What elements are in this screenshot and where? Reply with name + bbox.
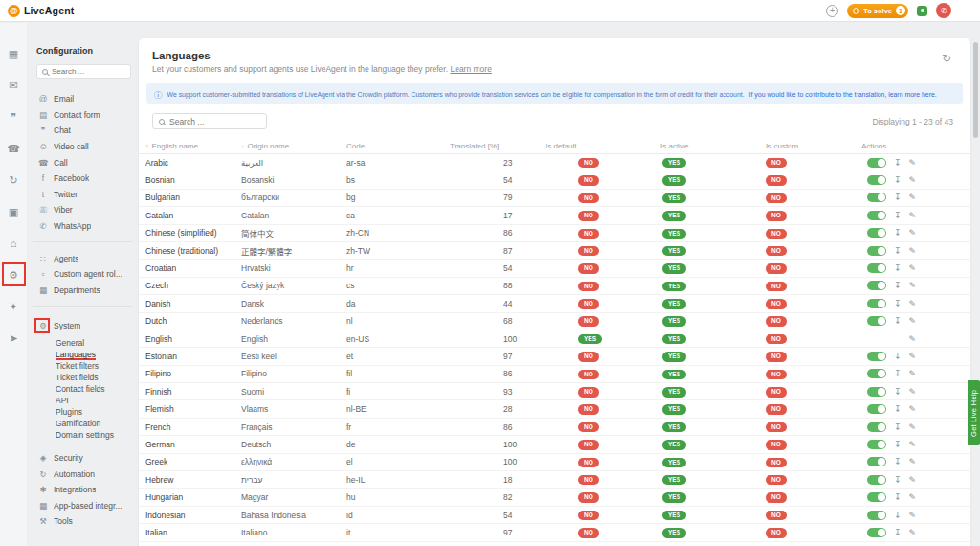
edit-icon[interactable]: ✎ <box>909 475 917 485</box>
sidebar-item-video-call[interactable]: ⊙ Video call <box>27 139 139 155</box>
sidebar-item-facebook[interactable]: f Facebook <box>27 171 139 187</box>
sidebar-item-twitter[interactable]: t Twitter <box>27 187 139 203</box>
download-icon[interactable]: ↧ <box>894 475 902 485</box>
download-icon[interactable]: ↧ <box>894 440 902 449</box>
active-toggle[interactable] <box>867 299 886 308</box>
scrollbar-thumb[interactable] <box>973 42 978 138</box>
download-icon[interactable]: ↧ <box>894 492 902 502</box>
mail-icon[interactable]: ✉ <box>9 80 17 91</box>
active-toggle[interactable] <box>867 158 886 168</box>
download-icon[interactable]: ↧ <box>894 299 902 308</box>
table-row[interactable]: Danish Dansk da 44 NO YES NO ↧ ✎ <box>139 295 970 312</box>
download-icon[interactable]: ↧ <box>894 175 902 185</box>
sidebar-item-call[interactable]: ☎ Call <box>27 154 139 171</box>
refresh-icon[interactable]: ↻ <box>942 52 951 65</box>
table-row[interactable]: Bosnian Bosanski bs 54 NO YES NO ↧ ✎ <box>139 171 970 189</box>
get-live-help-button[interactable]: Get Live Help <box>968 380 980 445</box>
sidebar-item-domain-settings[interactable]: Domain settings <box>56 429 139 441</box>
sidebar-item-languages[interactable]: Languages <box>56 349 96 360</box>
edit-icon[interactable]: ✎ <box>909 492 917 502</box>
edit-icon[interactable]: ✎ <box>909 228 917 238</box>
edit-icon[interactable]: ✎ <box>909 281 917 290</box>
table-row[interactable]: Greek ελληνικά el 100 NO YES NO ↧ ✎ <box>139 454 970 471</box>
dashboard-icon[interactable]: ▦ <box>9 48 18 59</box>
active-toggle[interactable] <box>867 211 886 220</box>
download-icon[interactable]: ↧ <box>894 369 902 378</box>
table-search[interactable] <box>152 113 267 129</box>
table-row[interactable]: Filipino Filipino fil 86 NO YES NO ↧ ✎ <box>139 366 970 383</box>
sidebar-item-viber[interactable]: ☏ Viber <box>27 202 139 218</box>
download-icon[interactable]: ↧ <box>894 263 902 273</box>
history-icon[interactable]: ↻ <box>9 174 17 186</box>
edit-icon[interactable]: ✎ <box>909 193 917 202</box>
sidebar-search-input[interactable] <box>52 67 119 76</box>
banner-learn-more-link[interactable]: If you would like to contribute to the t… <box>749 91 937 98</box>
edit-icon[interactable]: ✎ <box>909 316 917 326</box>
active-toggle[interactable] <box>867 422 886 432</box>
table-row[interactable]: Chinese (simplified) 简体中文 zh-CN 86 NO YE… <box>139 225 970 242</box>
active-toggle[interactable] <box>867 440 886 449</box>
table-row[interactable]: German Deutsch de 100 NO YES NO ↧ ✎ <box>139 436 970 453</box>
active-toggle[interactable] <box>867 352 886 361</box>
sidebar-item-departments[interactable]: ▦ Departments <box>27 283 139 299</box>
table-row[interactable]: Croatian Hrvatski hr 54 NO YES NO ↧ ✎ <box>139 260 970 277</box>
edit-icon[interactable]: ✎ <box>909 440 917 449</box>
download-icon[interactable]: ↧ <box>894 316 902 326</box>
sidebar-item-contact-form[interactable]: ▤ Contact form <box>27 107 139 124</box>
table-row[interactable]: Dutch Nederlands nl 68 NO YES NO ↧ ✎ <box>139 313 970 330</box>
table-row[interactable]: Bulgarian български bg 79 NO YES NO ↧ ✎ <box>139 190 970 207</box>
edit-icon[interactable]: ✎ <box>909 263 917 273</box>
table-row[interactable]: Arabic العربية ar-sa 23 NO YES NO ↧ ✎ <box>139 154 970 171</box>
active-toggle[interactable] <box>867 369 886 378</box>
phone-icon[interactable]: ☎ <box>7 143 20 154</box>
active-toggle[interactable] <box>867 193 886 202</box>
active-toggle[interactable] <box>867 263 886 273</box>
table-row[interactable]: Italian Italiano it 97 NO YES NO ↧ ✎ <box>139 524 970 541</box>
active-toggle[interactable] <box>867 175 886 185</box>
download-icon[interactable]: ↧ <box>894 422 902 432</box>
download-icon[interactable]: ↧ <box>894 193 902 202</box>
active-toggle[interactable] <box>867 492 886 502</box>
sidebar-item-security[interactable]: ◈ Security <box>27 450 139 466</box>
sidebar-item-integrations[interactable]: ✱ Integrations <box>27 482 139 498</box>
download-icon[interactable]: ↧ <box>894 281 902 290</box>
sidebar-item-chat[interactable]: ❞ Chat <box>27 123 139 139</box>
table-row[interactable]: Estonian Eesti keel et 97 NO YES NO ↧ ✎ <box>139 348 970 365</box>
send-icon[interactable]: ➤ <box>9 332 17 344</box>
academy-icon[interactable]: ⌂ <box>11 238 17 249</box>
settings-icon[interactable]: ⚙ <box>9 269 18 281</box>
active-toggle[interactable] <box>867 475 886 485</box>
sidebar-search[interactable] <box>36 64 131 79</box>
sidebar-item-plugins[interactable]: Plugins <box>56 406 139 418</box>
online-status-button[interactable] <box>917 6 927 16</box>
download-icon[interactable]: ↧ <box>894 211 902 220</box>
active-toggle[interactable] <box>867 228 886 238</box>
edit-icon[interactable]: ✎ <box>909 246 917 256</box>
active-toggle[interactable] <box>867 457 886 466</box>
active-toggle[interactable] <box>867 528 886 537</box>
download-icon[interactable]: ↧ <box>894 158 902 168</box>
edit-icon[interactable]: ✎ <box>909 299 917 308</box>
liveagent-logo[interactable]: @ LiveAgent <box>8 5 75 17</box>
edit-icon[interactable]: ✎ <box>909 158 917 168</box>
download-icon[interactable]: ↧ <box>894 246 902 256</box>
table-search-input[interactable] <box>169 117 260 126</box>
phone-button[interactable]: ✆ <box>936 3 951 18</box>
edit-icon[interactable]: ✎ <box>909 369 917 378</box>
edit-icon[interactable]: ✎ <box>909 457 917 466</box>
sidebar-item-tools[interactable]: ⚒ Tools <box>27 513 139 530</box>
tickets-icon[interactable]: ▣ <box>9 206 18 217</box>
table-row[interactable]: Indonesian Bahasa Indonesia id 54 NO YES… <box>139 507 970 524</box>
table-row[interactable]: English English en-US 100 YES YES NO ↧ ✎ <box>139 330 970 348</box>
download-icon[interactable]: ↧ <box>894 228 902 238</box>
edit-icon[interactable]: ✎ <box>909 334 917 344</box>
table-row[interactable]: French Français fr 86 NO YES NO ↧ ✎ <box>139 419 970 436</box>
download-icon[interactable]: ↧ <box>894 352 902 361</box>
table-row[interactable]: Hebrew עברית he-IL 18 NO YES NO ↧ ✎ <box>139 471 970 489</box>
active-toggle[interactable] <box>867 281 886 290</box>
sidebar-item-api[interactable]: API <box>56 395 139 406</box>
edit-icon[interactable]: ✎ <box>909 511 917 520</box>
download-icon[interactable]: ↧ <box>894 387 902 397</box>
sidebar-item-app-based-integr[interactable]: ▦ App-based integr... <box>27 498 139 514</box>
download-icon[interactable]: ↧ <box>894 528 902 537</box>
